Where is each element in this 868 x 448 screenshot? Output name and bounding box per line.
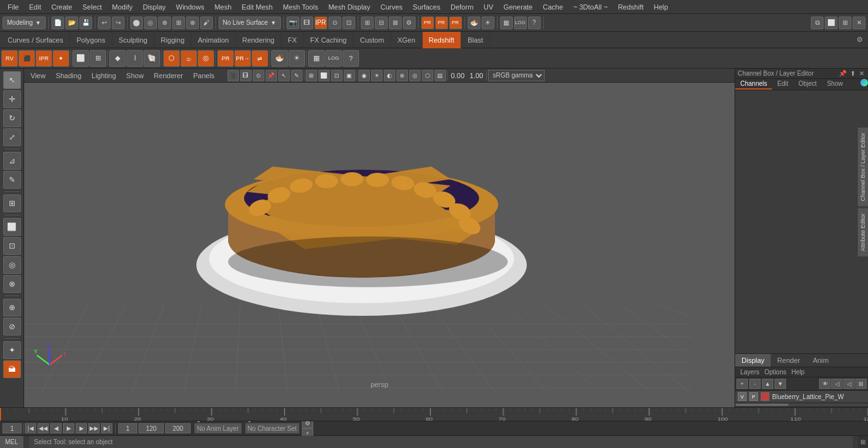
shelf-icon1[interactable]: RV	[1, 50, 18, 67]
layer-view3-btn[interactable]: ◁	[843, 379, 855, 389]
shelf-icon19[interactable]: LOG	[325, 50, 342, 67]
vp-rec-icon[interactable]: ⊙	[253, 70, 264, 81]
range-end-input[interactable]	[139, 423, 164, 433]
vp-smooth-icon[interactable]: ⊡	[331, 70, 342, 81]
menu-modify[interactable]: Modify	[107, 2, 137, 12]
tab-xgen[interactable]: XGen	[391, 32, 422, 48]
tab-fx-caching[interactable]: FX Caching	[304, 32, 353, 48]
pb-play-btn[interactable]: ▶	[63, 423, 74, 433]
menu-generate[interactable]: Generate	[498, 2, 538, 12]
vp-isolate-icon[interactable]: ◎	[409, 70, 421, 81]
vp-xray-icon[interactable]: ⊗	[397, 70, 408, 81]
char-set-label[interactable]: No Character Set	[245, 423, 299, 433]
shelf-icon7[interactable]: ◆	[109, 50, 126, 67]
vp-menu-panels[interactable]: Panels	[191, 72, 217, 79]
vp-menu-view[interactable]: View	[28, 72, 48, 79]
vp-film-icon[interactable]: 🎞	[240, 70, 252, 81]
rs-icon1[interactable]: PR	[421, 17, 434, 29]
ch-tab-show[interactable]: Show	[822, 79, 848, 90]
layer-menu-options[interactable]: Options	[762, 369, 789, 376]
open-file-icon[interactable]: 📂	[65, 17, 78, 29]
disp-tab-render[interactable]: Render	[771, 354, 806, 367]
paint-tool-btn[interactable]: ✎	[3, 171, 21, 189]
shelf-icon12[interactable]: ◎	[198, 50, 214, 67]
pb-step-fwd-btn[interactable]: ▶	[76, 423, 87, 433]
no-live-surface-btn[interactable]: No Live Surface ▼	[219, 17, 281, 29]
layer-up-btn[interactable]: ▲	[762, 379, 773, 389]
menu-surfaces[interactable]: Surfaces	[408, 2, 445, 12]
shelf-icon15[interactable]: ⇌	[252, 50, 268, 67]
layer-visible-btn[interactable]: V	[738, 392, 747, 401]
grid2-icon[interactable]: ⊟	[375, 17, 388, 29]
vp-mode-icon[interactable]: ⬡	[422, 70, 433, 81]
layer-down-btn[interactable]: ▼	[775, 379, 786, 389]
shelf-icon17[interactable]: ☀	[288, 50, 305, 67]
layout1-icon[interactable]: ⧉	[811, 17, 824, 29]
menu-uv[interactable]: UV	[478, 2, 498, 12]
menu-edit-mesh[interactable]: Edit Mesh	[236, 2, 278, 12]
pb-goto-end-btn[interactable]: ▶|	[101, 423, 112, 433]
ch-tab-object[interactable]: Object	[794, 79, 822, 90]
shelf-icon3[interactable]: IPR	[36, 50, 52, 67]
tab-rendering[interactable]: Rendering	[236, 32, 281, 48]
tab-custom[interactable]: Custom	[354, 32, 391, 48]
mat-icon[interactable]: ▦	[500, 17, 513, 29]
scroll-thumb[interactable]	[735, 404, 789, 406]
save-file-icon[interactable]: 💾	[79, 17, 92, 29]
menu-deform[interactable]: Deform	[445, 2, 478, 12]
layer-scrollbar[interactable]	[735, 402, 868, 407]
scale-tool-btn[interactable]: ⤢	[3, 128, 21, 146]
ch-tab-channels[interactable]: Channels	[735, 79, 772, 90]
cb-pin-btn[interactable]: 📌	[837, 70, 848, 77]
rs-icon3[interactable]: PR	[449, 17, 462, 29]
cmd-options-btn[interactable]: ⊞	[858, 436, 868, 449]
vp-menu-show[interactable]: Show	[124, 72, 147, 79]
cmd-lang-indicator[interactable]: MEL	[0, 436, 24, 449]
disp-tab-anim[interactable]: Anim	[806, 354, 835, 367]
shelf-icon11[interactable]: ⎄	[180, 50, 197, 67]
vp-light-icon[interactable]: ☀	[371, 70, 383, 81]
layer-playback-btn[interactable]: P	[749, 392, 758, 401]
lt-btn6[interactable]: ⊘	[3, 318, 21, 336]
vp-menu-lighting[interactable]: Lighting	[89, 72, 119, 79]
lasso-tool-btn[interactable]: ⊿	[3, 152, 21, 170]
rotate-tool-btn[interactable]: ↻	[3, 109, 21, 127]
tab-blast[interactable]: Blast	[461, 32, 490, 48]
ch-tab-edit[interactable]: Edit	[772, 79, 793, 90]
vp-shadow-icon[interactable]: ◐	[384, 70, 395, 81]
vp-cam-icon[interactable]: 🎥	[227, 70, 239, 81]
color-transform-select[interactable]: sRGB gamma	[488, 70, 545, 81]
cam-icon[interactable]: 📷	[287, 17, 299, 29]
layer-view2-btn[interactable]: ◁	[831, 379, 843, 389]
pb-prev-key-btn[interactable]: ◀◀	[37, 423, 49, 433]
anim-layer-label[interactable]: No Anim Layer	[194, 423, 241, 433]
anim-end-input[interactable]	[165, 423, 191, 433]
pb-next-key-btn[interactable]: ▶▶	[88, 423, 100, 433]
grid3-icon[interactable]: ⊠	[389, 17, 402, 29]
shelf-icon14[interactable]: PR→	[234, 50, 251, 67]
menu-file[interactable]: File	[3, 2, 24, 12]
shelf-icon9[interactable]: 🐚	[144, 50, 160, 67]
layout3-icon[interactable]: ⊞	[839, 17, 851, 29]
lasso-icon[interactable]: ⊗	[186, 17, 199, 29]
lt-btn8[interactable]: 🏔	[3, 360, 21, 378]
pb-step-back-btn[interactable]: ◀	[50, 423, 62, 433]
close-icon[interactable]: ✕	[853, 17, 865, 29]
menu-display[interactable]: Display	[138, 2, 171, 12]
menu-create[interactable]: Create	[46, 2, 78, 12]
move-tool-btn[interactable]: ✛	[3, 90, 21, 108]
menu-curves[interactable]: Curves	[376, 2, 408, 12]
vp-wire-icon[interactable]: ⬜	[318, 70, 330, 81]
layer-view1-btn[interactable]: 👁	[819, 379, 831, 389]
new-file-icon[interactable]: 📄	[51, 17, 64, 29]
render-icon[interactable]: 🎞	[301, 17, 313, 29]
menu-3dto[interactable]: ~ 3DtoAll ~	[568, 2, 613, 12]
shelf-icon4[interactable]: ✦	[53, 50, 69, 67]
bowl-icon[interactable]: 🍜	[468, 17, 480, 29]
shelf-icon13[interactable]: PR	[217, 50, 234, 67]
menu-redshift[interactable]: Redshift	[613, 2, 648, 12]
vp-res-icon[interactable]: ▤	[435, 70, 446, 81]
redo-icon[interactable]: ↪	[112, 17, 125, 29]
menu-mesh-tools[interactable]: Mesh Tools	[278, 2, 323, 12]
menu-edit[interactable]: Edit	[24, 2, 46, 12]
